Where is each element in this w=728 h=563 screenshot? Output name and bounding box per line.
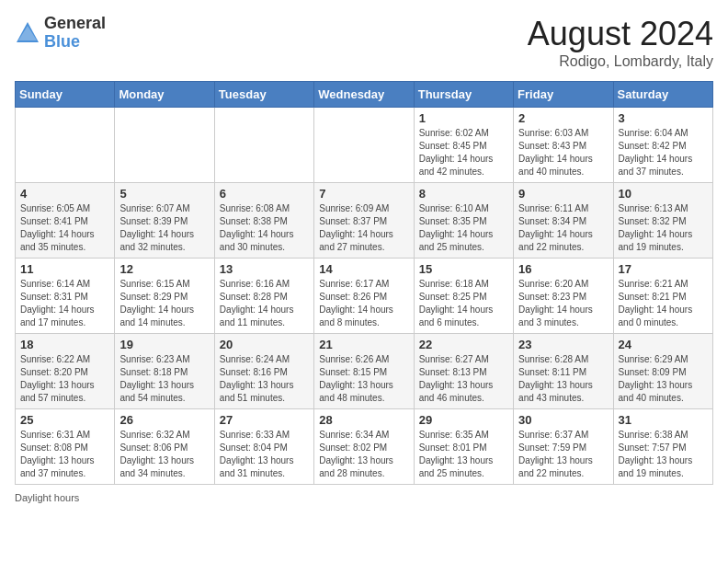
day-info: Sunrise: 6:15 AM Sunset: 8:29 PM Dayligh…	[119, 278, 209, 329]
calendar-cell: 9Sunrise: 6:11 AM Sunset: 8:34 PM Daylig…	[514, 183, 613, 259]
page-header: General Blue August 2024 Rodigo, Lombard…	[15, 15, 713, 70]
day-info: Sunrise: 6:37 AM Sunset: 7:59 PM Dayligh…	[518, 429, 608, 480]
weekday-header-wednesday: Wednesday	[314, 82, 414, 108]
weekday-header-row: SundayMondayTuesdayWednesdayThursdayFrid…	[16, 82, 713, 108]
day-number: 12	[119, 262, 209, 276]
calendar-cell: 24Sunrise: 6:29 AM Sunset: 8:09 PM Dayli…	[613, 334, 712, 409]
day-info: Sunrise: 6:24 AM Sunset: 8:16 PM Dayligh…	[220, 353, 309, 405]
calendar-cell: 19Sunrise: 6:23 AM Sunset: 8:18 PM Dayli…	[115, 334, 214, 409]
day-number: 7	[319, 187, 408, 201]
calendar-cell: 21Sunrise: 6:26 AM Sunset: 8:15 PM Dayli…	[314, 334, 414, 409]
calendar-cell: 4Sunrise: 6:05 AM Sunset: 8:41 PM Daylig…	[16, 183, 115, 259]
calendar-week-row: 18Sunrise: 6:22 AM Sunset: 8:20 PM Dayli…	[16, 334, 713, 409]
calendar-week-row: 11Sunrise: 6:14 AM Sunset: 8:31 PM Dayli…	[16, 259, 713, 334]
calendar-cell: 17Sunrise: 6:21 AM Sunset: 8:21 PM Dayli…	[613, 259, 712, 334]
footer: Daylight hours	[15, 492, 713, 503]
day-number: 10	[619, 187, 708, 201]
day-number: 6	[220, 187, 309, 201]
day-number: 13	[220, 262, 309, 276]
logo-general-text: General	[44, 15, 106, 33]
calendar-cell: 23Sunrise: 6:28 AM Sunset: 8:11 PM Dayli…	[514, 334, 613, 409]
calendar-cell: 3Sunrise: 6:04 AM Sunset: 8:42 PM Daylig…	[613, 108, 712, 183]
calendar-cell: 30Sunrise: 6:37 AM Sunset: 7:59 PM Dayli…	[514, 409, 613, 485]
day-info: Sunrise: 6:21 AM Sunset: 8:21 PM Dayligh…	[619, 278, 708, 329]
daylight-label: Daylight hours	[15, 492, 79, 503]
day-info: Sunrise: 6:13 AM Sunset: 8:32 PM Dayligh…	[619, 202, 708, 254]
calendar-cell: 12Sunrise: 6:15 AM Sunset: 8:29 PM Dayli…	[115, 259, 214, 334]
day-number: 22	[419, 338, 508, 351]
day-info: Sunrise: 6:26 AM Sunset: 8:15 PM Dayligh…	[319, 353, 408, 405]
day-info: Sunrise: 6:02 AM Sunset: 8:45 PM Dayligh…	[419, 127, 508, 178]
calendar-week-row: 25Sunrise: 6:31 AM Sunset: 8:08 PM Dayli…	[16, 409, 713, 485]
calendar-cell	[314, 108, 414, 183]
calendar-cell: 7Sunrise: 6:09 AM Sunset: 8:37 PM Daylig…	[314, 183, 414, 259]
day-number: 27	[220, 413, 309, 427]
calendar-cell: 20Sunrise: 6:24 AM Sunset: 8:16 PM Dayli…	[214, 334, 313, 409]
calendar-cell: 13Sunrise: 6:16 AM Sunset: 8:28 PM Dayli…	[214, 259, 313, 334]
calendar-cell: 28Sunrise: 6:34 AM Sunset: 8:02 PM Dayli…	[314, 409, 414, 485]
day-number: 9	[518, 187, 608, 201]
day-number: 26	[119, 413, 209, 427]
day-number: 4	[20, 187, 109, 201]
day-info: Sunrise: 6:35 AM Sunset: 8:01 PM Dayligh…	[419, 429, 508, 480]
weekday-header-saturday: Saturday	[613, 82, 712, 108]
day-info: Sunrise: 6:16 AM Sunset: 8:28 PM Dayligh…	[220, 278, 309, 329]
calendar-week-row: 4Sunrise: 6:05 AM Sunset: 8:41 PM Daylig…	[16, 183, 713, 259]
location-subtitle: Rodigo, Lombardy, Italy	[528, 53, 713, 70]
day-info: Sunrise: 6:22 AM Sunset: 8:20 PM Dayligh…	[20, 353, 109, 405]
day-info: Sunrise: 6:10 AM Sunset: 8:35 PM Dayligh…	[419, 202, 508, 254]
calendar-cell	[115, 108, 214, 183]
day-info: Sunrise: 6:04 AM Sunset: 8:42 PM Dayligh…	[619, 127, 708, 178]
day-number: 11	[20, 262, 109, 276]
day-info: Sunrise: 6:20 AM Sunset: 8:23 PM Dayligh…	[518, 278, 608, 329]
day-info: Sunrise: 6:05 AM Sunset: 8:41 PM Dayligh…	[20, 202, 109, 254]
day-number: 8	[419, 187, 508, 201]
calendar-cell: 18Sunrise: 6:22 AM Sunset: 8:20 PM Dayli…	[16, 334, 115, 409]
calendar-cell	[214, 108, 313, 183]
day-info: Sunrise: 6:03 AM Sunset: 8:43 PM Dayligh…	[518, 127, 608, 178]
day-info: Sunrise: 6:09 AM Sunset: 8:37 PM Dayligh…	[319, 202, 408, 254]
day-info: Sunrise: 6:23 AM Sunset: 8:18 PM Dayligh…	[119, 353, 209, 405]
day-number: 14	[319, 262, 408, 276]
day-number: 23	[518, 338, 608, 351]
day-number: 2	[518, 111, 608, 125]
day-number: 5	[119, 187, 209, 201]
logo-icon	[15, 20, 40, 46]
day-number: 20	[220, 338, 309, 351]
calendar-week-row: 1Sunrise: 6:02 AM Sunset: 8:45 PM Daylig…	[16, 108, 713, 183]
day-number: 19	[119, 338, 209, 351]
title-block: August 2024 Rodigo, Lombardy, Italy	[528, 15, 713, 70]
calendar-cell: 2Sunrise: 6:03 AM Sunset: 8:43 PM Daylig…	[514, 108, 613, 183]
calendar-cell: 1Sunrise: 6:02 AM Sunset: 8:45 PM Daylig…	[414, 108, 513, 183]
calendar-cell: 10Sunrise: 6:13 AM Sunset: 8:32 PM Dayli…	[613, 183, 712, 259]
day-info: Sunrise: 6:33 AM Sunset: 8:04 PM Dayligh…	[220, 429, 309, 480]
day-number: 15	[419, 262, 508, 276]
day-info: Sunrise: 6:17 AM Sunset: 8:26 PM Dayligh…	[319, 278, 408, 329]
calendar-cell: 11Sunrise: 6:14 AM Sunset: 8:31 PM Dayli…	[16, 259, 115, 334]
day-number: 3	[619, 111, 708, 125]
calendar-cell: 15Sunrise: 6:18 AM Sunset: 8:25 PM Dayli…	[414, 259, 513, 334]
day-info: Sunrise: 6:31 AM Sunset: 8:08 PM Dayligh…	[20, 429, 109, 480]
day-number: 29	[419, 413, 508, 427]
month-year-title: August 2024	[528, 15, 713, 53]
calendar-cell: 26Sunrise: 6:32 AM Sunset: 8:06 PM Dayli…	[115, 409, 214, 485]
calendar-cell: 25Sunrise: 6:31 AM Sunset: 8:08 PM Dayli…	[16, 409, 115, 485]
calendar-cell	[16, 108, 115, 183]
day-number: 31	[619, 413, 708, 427]
calendar-cell: 16Sunrise: 6:20 AM Sunset: 8:23 PM Dayli…	[514, 259, 613, 334]
weekday-header-tuesday: Tuesday	[214, 82, 313, 108]
day-number: 18	[20, 338, 109, 351]
calendar-cell: 14Sunrise: 6:17 AM Sunset: 8:26 PM Dayli…	[314, 259, 414, 334]
weekday-header-monday: Monday	[115, 82, 214, 108]
calendar-cell: 8Sunrise: 6:10 AM Sunset: 8:35 PM Daylig…	[414, 183, 513, 259]
day-number: 16	[518, 262, 608, 276]
day-info: Sunrise: 6:11 AM Sunset: 8:34 PM Dayligh…	[518, 202, 608, 254]
calendar-cell: 29Sunrise: 6:35 AM Sunset: 8:01 PM Dayli…	[414, 409, 513, 485]
calendar-cell: 31Sunrise: 6:38 AM Sunset: 7:57 PM Dayli…	[613, 409, 712, 485]
logo: General Blue	[15, 15, 106, 52]
calendar-cell: 5Sunrise: 6:07 AM Sunset: 8:39 PM Daylig…	[115, 183, 214, 259]
day-number: 28	[319, 413, 408, 427]
day-info: Sunrise: 6:38 AM Sunset: 7:57 PM Dayligh…	[619, 429, 708, 480]
calendar-cell: 27Sunrise: 6:33 AM Sunset: 8:04 PM Dayli…	[214, 409, 313, 485]
day-info: Sunrise: 6:32 AM Sunset: 8:06 PM Dayligh…	[119, 429, 209, 480]
